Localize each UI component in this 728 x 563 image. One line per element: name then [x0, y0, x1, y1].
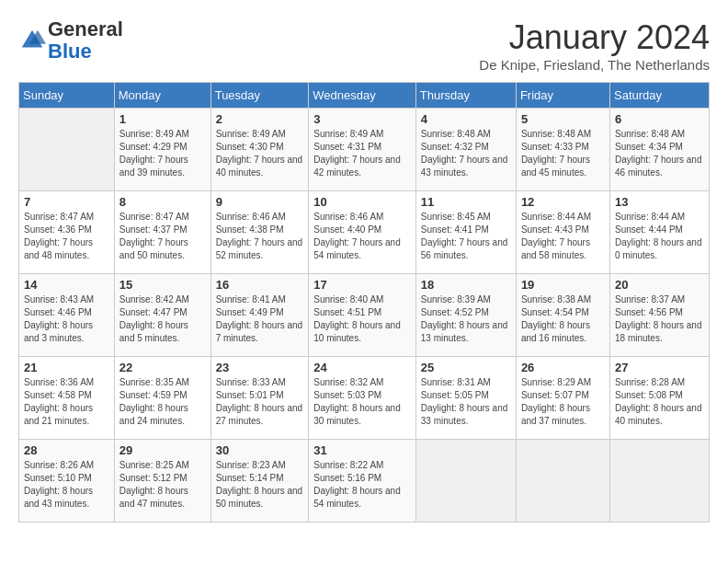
calendar-week-row: 28Sunrise: 8:26 AMSunset: 5:10 PMDayligh… [19, 440, 710, 523]
weekday-header-saturday: Saturday [609, 83, 709, 109]
day-info: Sunrise: 8:49 AMSunset: 4:29 PMDaylight:… [119, 128, 206, 179]
day-info: Sunrise: 8:23 AMSunset: 5:14 PMDaylight:… [216, 459, 304, 511]
day-number: 24 [313, 361, 411, 374]
day-info: Sunrise: 8:36 AMSunset: 4:58 PMDaylight:… [24, 376, 109, 428]
calendar-cell: 17Sunrise: 8:40 AMSunset: 4:51 PMDayligh… [309, 274, 416, 357]
calendar-cell: 2Sunrise: 8:49 AMSunset: 4:30 PMDaylight… [210, 109, 309, 191]
logo-icon [18, 27, 46, 54]
logo-blue-text: Blue [48, 40, 92, 63]
day-info: Sunrise: 8:41 AMSunset: 4:49 PMDaylight:… [216, 293, 304, 345]
calendar-cell: 18Sunrise: 8:39 AMSunset: 4:52 PMDayligh… [415, 274, 516, 357]
day-number: 27 [615, 361, 704, 374]
calendar-cell [19, 109, 115, 191]
calendar-cell: 19Sunrise: 8:38 AMSunset: 4:54 PMDayligh… [516, 274, 609, 357]
calendar-cell: 6Sunrise: 8:48 AMSunset: 4:34 PMDaylight… [609, 109, 709, 191]
calendar-cell: 8Sunrise: 8:47 AMSunset: 4:37 PMDaylight… [114, 191, 210, 274]
calendar-cell [516, 440, 609, 523]
logo-general-text: General [48, 17, 123, 40]
calendar-cell: 9Sunrise: 8:46 AMSunset: 4:38 PMDaylight… [210, 191, 309, 274]
weekday-header-sunday: Sunday [19, 83, 115, 109]
calendar-cell: 27Sunrise: 8:28 AMSunset: 5:08 PMDayligh… [609, 357, 709, 440]
day-number: 12 [521, 195, 605, 209]
calendar-cell: 5Sunrise: 8:48 AMSunset: 4:33 PMDaylight… [516, 109, 609, 191]
day-number: 14 [24, 278, 109, 292]
day-number: 26 [521, 361, 605, 374]
day-info: Sunrise: 8:31 AMSunset: 5:05 PMDaylight:… [421, 376, 511, 428]
calendar-week-row: 1Sunrise: 8:49 AMSunset: 4:29 PMDaylight… [19, 109, 710, 191]
day-number: 2 [216, 112, 304, 126]
weekday-header-friday: Friday [516, 83, 609, 109]
calendar-subtitle: De Knipe, Friesland, The Netherlands [479, 57, 710, 73]
calendar-week-row: 21Sunrise: 8:36 AMSunset: 4:58 PMDayligh… [19, 357, 710, 440]
calendar-title: January 2024 [479, 18, 710, 57]
calendar-cell [415, 440, 516, 523]
weekday-header-wednesday: Wednesday [309, 83, 416, 109]
calendar-cell: 24Sunrise: 8:32 AMSunset: 5:03 PMDayligh… [309, 357, 416, 440]
day-info: Sunrise: 8:48 AMSunset: 4:33 PMDaylight:… [521, 128, 605, 179]
day-info: Sunrise: 8:38 AMSunset: 4:54 PMDaylight:… [521, 293, 605, 345]
calendar-cell: 3Sunrise: 8:49 AMSunset: 4:31 PMDaylight… [309, 109, 416, 191]
calendar-cell: 10Sunrise: 8:46 AMSunset: 4:40 PMDayligh… [309, 191, 416, 274]
day-number: 17 [313, 278, 411, 292]
day-info: Sunrise: 8:47 AMSunset: 4:37 PMDaylight:… [119, 211, 206, 262]
day-number: 4 [421, 112, 511, 126]
calendar-cell: 16Sunrise: 8:41 AMSunset: 4:49 PMDayligh… [210, 274, 309, 357]
calendar-cell: 13Sunrise: 8:44 AMSunset: 4:44 PMDayligh… [609, 191, 709, 274]
calendar-cell [609, 440, 709, 523]
calendar-table: SundayMondayTuesdayWednesdayThursdayFrid… [18, 82, 710, 523]
day-info: Sunrise: 8:35 AMSunset: 4:59 PMDaylight:… [119, 376, 206, 428]
calendar-cell: 31Sunrise: 8:22 AMSunset: 5:16 PMDayligh… [309, 440, 416, 523]
day-number: 3 [313, 112, 411, 126]
day-info: Sunrise: 8:39 AMSunset: 4:52 PMDaylight:… [421, 293, 511, 345]
day-number: 18 [421, 278, 511, 292]
day-number: 20 [615, 278, 704, 292]
day-number: 6 [615, 112, 704, 126]
calendar-cell: 14Sunrise: 8:43 AMSunset: 4:46 PMDayligh… [19, 274, 115, 357]
day-number: 10 [313, 195, 411, 209]
day-info: Sunrise: 8:33 AMSunset: 5:01 PMDaylight:… [216, 376, 304, 428]
day-number: 28 [24, 443, 109, 457]
calendar-week-row: 14Sunrise: 8:43 AMSunset: 4:46 PMDayligh… [19, 274, 710, 357]
calendar-cell: 29Sunrise: 8:25 AMSunset: 5:12 PMDayligh… [114, 440, 210, 523]
calendar-cell: 22Sunrise: 8:35 AMSunset: 4:59 PMDayligh… [114, 357, 210, 440]
day-info: Sunrise: 8:47 AMSunset: 4:36 PMDaylight:… [24, 211, 109, 262]
day-number: 31 [313, 443, 411, 457]
day-info: Sunrise: 8:29 AMSunset: 5:07 PMDaylight:… [521, 376, 605, 428]
calendar-cell: 23Sunrise: 8:33 AMSunset: 5:01 PMDayligh… [210, 357, 309, 440]
day-number: 7 [24, 195, 109, 209]
day-info: Sunrise: 8:43 AMSunset: 4:46 PMDaylight:… [24, 293, 109, 345]
day-number: 19 [521, 278, 605, 292]
logo: General Blue [18, 18, 123, 63]
page-header: General Blue January 2024 De Knipe, Frie… [18, 18, 710, 73]
day-info: Sunrise: 8:49 AMSunset: 4:30 PMDaylight:… [216, 128, 304, 179]
day-info: Sunrise: 8:28 AMSunset: 5:08 PMDaylight:… [615, 376, 704, 428]
day-info: Sunrise: 8:49 AMSunset: 4:31 PMDaylight:… [313, 128, 411, 179]
day-info: Sunrise: 8:48 AMSunset: 4:34 PMDaylight:… [615, 128, 704, 179]
day-number: 15 [119, 278, 206, 292]
day-number: 1 [119, 112, 206, 126]
day-number: 23 [216, 361, 304, 374]
calendar-cell: 21Sunrise: 8:36 AMSunset: 4:58 PMDayligh… [19, 357, 115, 440]
day-info: Sunrise: 8:48 AMSunset: 4:32 PMDaylight:… [421, 128, 511, 179]
day-info: Sunrise: 8:40 AMSunset: 4:51 PMDaylight:… [313, 293, 411, 345]
day-info: Sunrise: 8:26 AMSunset: 5:10 PMDaylight:… [24, 459, 109, 511]
day-info: Sunrise: 8:37 AMSunset: 4:56 PMDaylight:… [615, 293, 704, 345]
calendar-cell: 25Sunrise: 8:31 AMSunset: 5:05 PMDayligh… [415, 357, 516, 440]
day-number: 29 [119, 443, 206, 457]
day-info: Sunrise: 8:22 AMSunset: 5:16 PMDaylight:… [313, 459, 411, 511]
calendar-cell: 4Sunrise: 8:48 AMSunset: 4:32 PMDaylight… [415, 109, 516, 191]
day-number: 21 [24, 361, 109, 374]
weekday-header-row: SundayMondayTuesdayWednesdayThursdayFrid… [19, 83, 710, 109]
day-number: 16 [216, 278, 304, 292]
calendar-cell: 20Sunrise: 8:37 AMSunset: 4:56 PMDayligh… [609, 274, 709, 357]
weekday-header-monday: Monday [114, 83, 210, 109]
weekday-header-tuesday: Tuesday [210, 83, 309, 109]
calendar-cell: 7Sunrise: 8:47 AMSunset: 4:36 PMDaylight… [19, 191, 115, 274]
day-number: 8 [119, 195, 206, 209]
calendar-cell: 11Sunrise: 8:45 AMSunset: 4:41 PMDayligh… [415, 191, 516, 274]
day-number: 22 [119, 361, 206, 374]
calendar-cell: 30Sunrise: 8:23 AMSunset: 5:14 PMDayligh… [210, 440, 309, 523]
day-info: Sunrise: 8:42 AMSunset: 4:47 PMDaylight:… [119, 293, 206, 345]
day-info: Sunrise: 8:44 AMSunset: 4:43 PMDaylight:… [521, 211, 605, 262]
weekday-header-thursday: Thursday [415, 83, 516, 109]
